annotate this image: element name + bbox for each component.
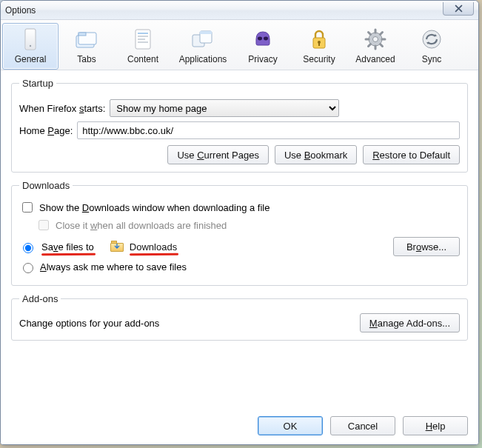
- restore-default-button[interactable]: Restore to Default: [363, 145, 460, 164]
- tabs-icon: [74, 27, 99, 52]
- svg-point-2: [30, 45, 31, 47]
- tab-advanced[interactable]: Advanced: [347, 23, 404, 70]
- use-bookmark-button[interactable]: Use Bookmark: [275, 145, 357, 164]
- tab-general-label: General: [15, 54, 47, 64]
- close-icon: [455, 4, 463, 13]
- tab-security[interactable]: Security: [291, 23, 347, 70]
- privacy-icon: [250, 27, 275, 52]
- tab-privacy[interactable]: Privacy: [235, 23, 291, 70]
- close-when-finished-label: Close it when all downloads are finished: [56, 220, 227, 231]
- dialog-footer: OK Cancel Help: [1, 407, 478, 444]
- show-downloads-window-checkbox[interactable]: [22, 202, 33, 213]
- sync-icon: [419, 27, 444, 52]
- save-files-to-radio[interactable]: [23, 243, 33, 253]
- svg-line-28: [369, 44, 371, 47]
- tab-content-label: Content: [127, 54, 158, 64]
- content-icon: [130, 27, 155, 52]
- tab-content[interactable]: Content: [115, 23, 171, 70]
- download-folder-path: Downloads: [130, 241, 177, 253]
- ok-button[interactable]: OK: [258, 416, 323, 435]
- svg-line-26: [381, 44, 383, 47]
- help-button[interactable]: Help: [403, 416, 468, 435]
- svg-line-27: [381, 33, 383, 35]
- svg-line-25: [369, 33, 371, 35]
- when-starts-select[interactable]: Show my home page: [110, 99, 339, 117]
- tab-tabs[interactable]: Tabs: [58, 23, 115, 70]
- svg-rect-5: [78, 33, 86, 36]
- addons-group: Add-ons Change options for your add-ons …: [11, 293, 468, 341]
- tab-general[interactable]: General: [2, 23, 58, 70]
- manage-addons-button[interactable]: Manage Add-ons...: [360, 313, 460, 332]
- home-page-input[interactable]: [77, 121, 460, 139]
- svg-rect-7: [138, 33, 148, 34]
- tab-privacy-label: Privacy: [248, 54, 277, 64]
- svg-point-15: [264, 37, 268, 41]
- tab-advanced-label: Advanced: [355, 54, 395, 64]
- close-when-finished-checkbox: [39, 220, 49, 230]
- advanced-icon: [363, 27, 388, 52]
- svg-point-20: [373, 37, 378, 42]
- tab-applications-label: Applications: [179, 54, 227, 64]
- show-downloads-window-label: Show the Downloads window when downloadi…: [39, 202, 270, 213]
- use-current-pages-button[interactable]: Use Current Pages: [167, 145, 269, 164]
- folder-icon: [110, 241, 124, 253]
- when-starts-label: When Firefox starts:: [19, 103, 105, 114]
- addons-legend: Add-ons: [19, 293, 61, 304]
- window-title: Options: [5, 5, 36, 16]
- tab-sync[interactable]: Sync: [404, 23, 460, 70]
- addons-description: Change options for your add-ons: [19, 318, 159, 329]
- svg-rect-9: [138, 39, 145, 40]
- titlebar: Options: [1, 1, 478, 20]
- applications-icon: [190, 27, 215, 52]
- save-files-to-label: Save files to: [41, 241, 94, 253]
- browse-button[interactable]: Browse...: [393, 237, 460, 256]
- general-icon: [18, 27, 43, 52]
- tab-tabs-label: Tabs: [77, 54, 96, 64]
- downloads-legend: Downloads: [19, 180, 73, 191]
- close-button[interactable]: [443, 2, 474, 16]
- svg-point-14: [258, 37, 262, 41]
- options-dialog: Options General Tabs Content: [0, 0, 479, 445]
- svg-rect-13: [200, 31, 212, 34]
- general-panel: Startup When Firefox starts: Show my hom…: [1, 70, 478, 355]
- svg-rect-10: [138, 41, 148, 43]
- home-page-label: Home Page:: [19, 125, 73, 136]
- svg-point-29: [423, 30, 441, 48]
- startup-group: Startup When Firefox starts: Show my hom…: [11, 78, 468, 173]
- always-ask-label: Always ask me where to save files: [40, 261, 187, 273]
- security-icon: [307, 27, 332, 52]
- downloads-group: Downloads Show the Downloads window when…: [11, 180, 468, 286]
- tab-applications[interactable]: Applications: [171, 23, 235, 70]
- cancel-button[interactable]: Cancel: [330, 416, 395, 435]
- svg-rect-8: [138, 36, 148, 37]
- startup-legend: Startup: [19, 78, 56, 89]
- tab-security-label: Security: [303, 54, 335, 64]
- tab-sync-label: Sync: [422, 54, 442, 64]
- always-ask-radio[interactable]: [23, 263, 33, 273]
- category-toolbar: General Tabs Content Applications Privac…: [1, 20, 478, 70]
- svg-rect-18: [318, 43, 320, 46]
